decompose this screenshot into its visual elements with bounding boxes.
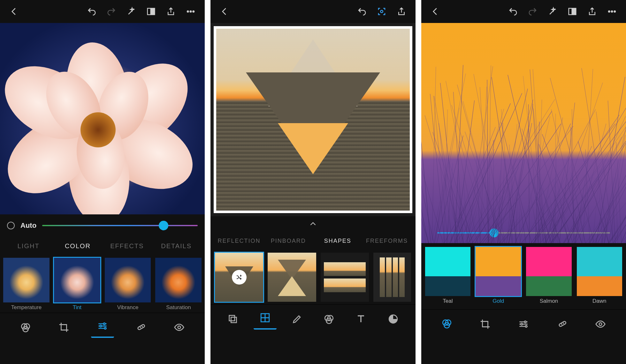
- redeye-button[interactable]: [589, 314, 612, 335]
- shape-thumb-strips[interactable]: [373, 253, 411, 302]
- thumb-label: Tint: [73, 304, 81, 311]
- thumb-vibrance[interactable]: [105, 258, 151, 302]
- undo-button[interactable]: [354, 3, 370, 20]
- svg-point-12: [178, 326, 181, 329]
- shape-thumb-shuffle[interactable]: [215, 253, 263, 302]
- bottom-tools: [421, 309, 626, 338]
- auto-toggle[interactable]: [7, 222, 15, 229]
- layout-button[interactable]: [254, 308, 277, 330]
- shape-thumb-triangles[interactable]: [268, 253, 316, 302]
- magic-wand-button[interactable]: [544, 3, 561, 20]
- shuffle-icon: [232, 270, 247, 285]
- compare-button[interactable]: [143, 3, 159, 20]
- tab-freeforms[interactable]: FREEFORMS: [362, 238, 411, 244]
- adjust-button[interactable]: [512, 314, 535, 335]
- thumb-tint[interactable]: [54, 258, 100, 302]
- mixer-tabs: REFLECTION PINBOARD SHAPES FREEFORMS: [210, 232, 415, 250]
- duotone-swatches: Teal Gold Salmon Dawn: [421, 243, 626, 309]
- tint-slider[interactable]: [42, 225, 198, 226]
- tab-reflection[interactable]: REFLECTION: [214, 238, 263, 244]
- adjust-button[interactable]: [91, 317, 114, 338]
- swatch-salmon[interactable]: [526, 247, 571, 296]
- share-button[interactable]: [163, 3, 179, 20]
- svg-point-24: [611, 11, 613, 12]
- text-button[interactable]: [349, 308, 372, 330]
- heal-button[interactable]: [551, 314, 574, 335]
- panel-color-adjust: Auto LIGHT COLOR EFFECTS DETAILS Tempera…: [0, 0, 205, 364]
- color-thumbs: Temperature Tint Vibrance Saturation: [0, 255, 205, 313]
- draw-button[interactable]: [286, 308, 309, 330]
- svg-point-29: [524, 321, 526, 323]
- thumb-label: Vibrance: [117, 304, 139, 311]
- svg-point-13: [380, 10, 383, 13]
- panel-mixer: REFLECTION PINBOARD SHAPES FREEFORMS: [210, 0, 415, 364]
- svg-rect-21: [569, 8, 572, 15]
- tab-color[interactable]: COLOR: [53, 242, 102, 250]
- swatch-label: Gold: [492, 298, 504, 304]
- topbar: [421, 0, 626, 23]
- looks-button[interactable]: [317, 308, 340, 330]
- adjust-tabs: LIGHT COLOR EFFECTS DETAILS: [0, 237, 205, 255]
- auto-slider-row: Auto: [0, 214, 205, 237]
- redo-button[interactable]: [103, 3, 120, 20]
- tab-shapes[interactable]: SHAPES: [313, 238, 362, 244]
- svg-point-33: [599, 323, 602, 325]
- share-button[interactable]: [584, 3, 600, 20]
- magic-wand-button[interactable]: [123, 3, 140, 20]
- swatch-dawn[interactable]: [577, 247, 622, 296]
- svg-point-4: [193, 11, 195, 12]
- tab-details[interactable]: DETAILS: [152, 242, 201, 250]
- bottom-tools: [210, 304, 415, 333]
- looks-button[interactable]: [435, 314, 458, 335]
- main-image[interactable]: [0, 23, 205, 214]
- shape-thumb-bars[interactable]: [321, 253, 369, 302]
- shape-triangle-small: [278, 123, 348, 174]
- layers-button[interactable]: [221, 308, 244, 330]
- share-button[interactable]: [393, 3, 410, 20]
- more-button[interactable]: [182, 3, 199, 20]
- swatch-label: Salmon: [540, 298, 558, 304]
- thumb-saturation[interactable]: [155, 258, 202, 302]
- crop-button[interactable]: [474, 314, 497, 335]
- swatch-label: Dawn: [592, 298, 606, 304]
- looks-button[interactable]: [14, 317, 37, 338]
- back-button[interactable]: [6, 3, 22, 20]
- compare-button[interactable]: [564, 3, 581, 20]
- auto-label: Auto: [20, 221, 36, 230]
- thumb-label: Temperature: [11, 304, 42, 311]
- tab-effects[interactable]: EFFECTS: [103, 242, 152, 250]
- svg-rect-15: [231, 317, 237, 323]
- slider-thumb[interactable]: [159, 221, 168, 230]
- undo-button[interactable]: [505, 3, 521, 20]
- crop-button[interactable]: [52, 317, 75, 338]
- focus-frame-button[interactable]: [373, 3, 390, 20]
- svg-point-3: [190, 11, 192, 12]
- swatch-gold[interactable]: [476, 247, 521, 296]
- svg-rect-11: [137, 324, 145, 330]
- redeye-button[interactable]: [168, 317, 191, 338]
- svg-point-8: [103, 323, 105, 325]
- thumb-temperature[interactable]: [3, 258, 50, 302]
- back-button[interactable]: [216, 3, 233, 20]
- svg-rect-22: [573, 8, 576, 15]
- heal-button[interactable]: [129, 317, 152, 338]
- expand-toggle[interactable]: [210, 216, 415, 232]
- more-button[interactable]: [604, 3, 620, 20]
- svg-point-23: [608, 11, 610, 12]
- redo-button[interactable]: [524, 3, 541, 20]
- thumb-label: Saturation: [166, 304, 191, 311]
- fill-button[interactable]: [382, 308, 405, 330]
- svg-point-31: [525, 325, 527, 327]
- topbar: [0, 0, 205, 23]
- undo-button[interactable]: [83, 3, 100, 20]
- tab-light[interactable]: LIGHT: [4, 242, 53, 250]
- tab-pinboard[interactable]: PINBOARD: [264, 238, 313, 244]
- mixer-canvas-wrap: [210, 23, 415, 216]
- panel-duotone: Teal Gold Salmon Dawn: [421, 0, 626, 364]
- swatch-teal[interactable]: [425, 247, 470, 296]
- shape-thumbs: [210, 250, 415, 304]
- mixer-frame[interactable]: [214, 26, 412, 213]
- back-button[interactable]: [427, 3, 444, 20]
- main-image[interactable]: [421, 23, 626, 243]
- swatch-label: Teal: [443, 298, 453, 304]
